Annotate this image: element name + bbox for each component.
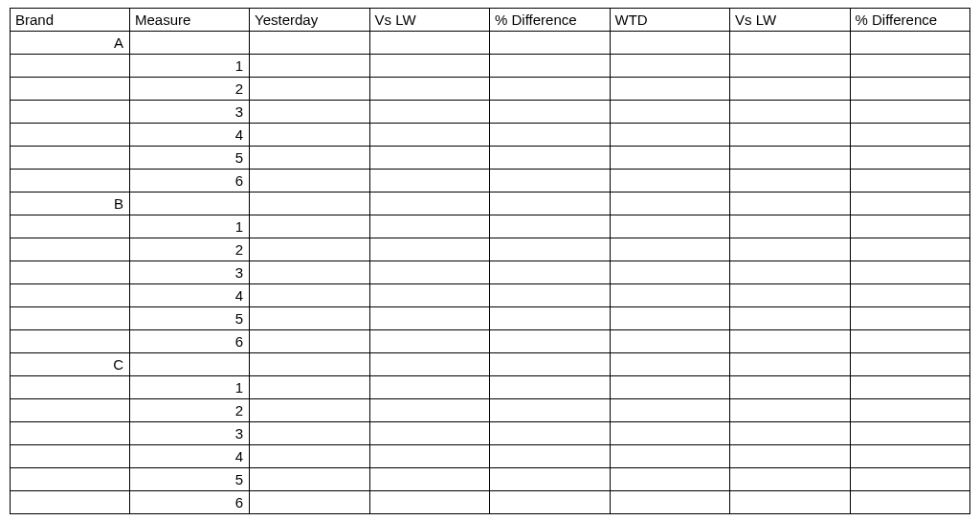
empty-cell: [250, 422, 370, 445]
measure-cell: 1: [130, 215, 250, 238]
empty-cell: [490, 330, 611, 353]
empty-cell: [369, 124, 490, 147]
empty-cell: [610, 147, 730, 170]
brand-cell: B: [11, 193, 130, 215]
empty-cell: [850, 32, 970, 55]
measure-cell: 6: [130, 491, 250, 514]
empty-cell: [730, 78, 851, 101]
col-header-measure: Measure: [130, 9, 250, 32]
brand-cell: A: [11, 32, 130, 55]
measure-row: 2: [11, 238, 970, 261]
measure-row: 1: [11, 215, 970, 238]
empty-cell: [250, 32, 370, 55]
col-header-brand: Brand: [11, 9, 130, 32]
empty-cell: [730, 468, 851, 491]
empty-cell: [850, 307, 970, 330]
brand-row: A: [11, 32, 970, 55]
empty-cell: [490, 101, 611, 124]
empty-cell: [369, 399, 490, 422]
empty-cell: [850, 215, 970, 238]
empty-cell: [730, 32, 851, 55]
empty-cell: [610, 101, 730, 124]
empty-cell: [250, 284, 370, 307]
brand-row: C: [11, 353, 970, 376]
col-header-vs-lw-1: Vs LW: [369, 9, 490, 32]
empty-cell: [490, 422, 611, 445]
empty-cell: [250, 193, 370, 215]
empty-cell: [490, 445, 611, 468]
empty-cell: [490, 193, 611, 215]
measure-cell: 3: [130, 261, 250, 284]
measure-row: 6: [11, 330, 970, 353]
empty-cell: [11, 468, 130, 491]
measure-row: 6: [11, 170, 970, 193]
measure-row: 4: [11, 284, 970, 307]
empty-cell: [490, 284, 611, 307]
empty-cell: [850, 445, 970, 468]
empty-cell: [250, 147, 370, 170]
empty-cell: [490, 215, 611, 238]
empty-cell: [490, 78, 611, 101]
data-table: Brand Measure Yesterday Vs LW % Differen…: [10, 8, 970, 514]
empty-cell: [610, 124, 730, 147]
measure-cell: 1: [130, 55, 250, 78]
empty-cell: [250, 215, 370, 238]
empty-cell: [369, 445, 490, 468]
empty-cell: [850, 399, 970, 422]
measure-row: 3: [11, 261, 970, 284]
empty-cell: [369, 193, 490, 215]
empty-cell: [730, 491, 851, 514]
empty-cell: [130, 353, 250, 376]
empty-cell: [369, 215, 490, 238]
empty-cell: [490, 353, 611, 376]
empty-cell: [610, 491, 730, 514]
measure-cell: 4: [130, 284, 250, 307]
empty-cell: [850, 147, 970, 170]
empty-cell: [369, 78, 490, 101]
empty-cell: [490, 399, 611, 422]
empty-cell: [730, 376, 851, 399]
empty-cell: [730, 215, 851, 238]
empty-cell: [730, 55, 851, 78]
empty-cell: [11, 307, 130, 330]
measure-cell: 2: [130, 78, 250, 101]
empty-cell: [369, 330, 490, 353]
empty-cell: [610, 215, 730, 238]
empty-cell: [490, 238, 611, 261]
empty-cell: [369, 55, 490, 78]
empty-cell: [850, 170, 970, 193]
empty-cell: [250, 445, 370, 468]
empty-cell: [250, 468, 370, 491]
measure-cell: 2: [130, 238, 250, 261]
empty-cell: [490, 491, 611, 514]
measure-cell: 3: [130, 422, 250, 445]
empty-cell: [610, 422, 730, 445]
measure-cell: 6: [130, 330, 250, 353]
empty-cell: [490, 170, 611, 193]
empty-cell: [11, 215, 130, 238]
empty-cell: [490, 468, 611, 491]
table-body: A 1 2: [11, 32, 970, 514]
empty-cell: [250, 238, 370, 261]
measure-cell: 5: [130, 147, 250, 170]
empty-cell: [490, 55, 611, 78]
empty-cell: [490, 147, 611, 170]
empty-cell: [850, 124, 970, 147]
empty-cell: [11, 491, 130, 514]
empty-cell: [610, 55, 730, 78]
measure-row: 2: [11, 399, 970, 422]
empty-cell: [250, 170, 370, 193]
measure-cell: 4: [130, 445, 250, 468]
empty-cell: [490, 124, 611, 147]
empty-cell: [730, 101, 851, 124]
empty-cell: [850, 330, 970, 353]
measure-row: 5: [11, 307, 970, 330]
empty-cell: [610, 238, 730, 261]
empty-cell: [850, 422, 970, 445]
empty-cell: [11, 422, 130, 445]
empty-cell: [11, 101, 130, 124]
empty-cell: [130, 193, 250, 215]
empty-cell: [610, 32, 730, 55]
empty-cell: [250, 55, 370, 78]
empty-cell: [610, 261, 730, 284]
